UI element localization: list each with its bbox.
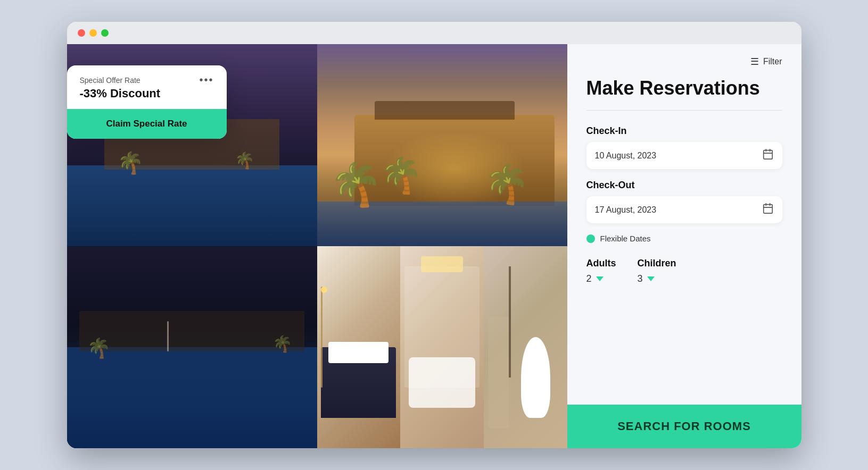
pool-palm-1: 🌴	[87, 337, 111, 359]
adults-select[interactable]: 2	[586, 273, 616, 284]
mirror	[404, 266, 480, 388]
filter-label: Filter	[763, 57, 782, 66]
bed-pillow	[328, 342, 388, 363]
filter-button[interactable]: ☰ Filter	[750, 57, 782, 66]
flexible-dates-dot	[586, 234, 595, 243]
offer-card: Special Offer Rate -33% Discount ••• Cla…	[67, 65, 227, 139]
guests-row: Adults 2 Children 3	[586, 258, 782, 284]
pool-palm-2: 🌴	[272, 334, 292, 353]
photo-section: 🌴 🌴 🌴 🌴 🌴	[67, 44, 567, 448]
villa-silhouette	[79, 311, 304, 351]
children-dropdown-arrow	[647, 276, 655, 281]
children-select[interactable]: 3	[638, 273, 676, 284]
offer-rate-label: Special Offer Rate	[80, 76, 200, 85]
reservation-panel: ☰ Filter Make Reservations Check-In 10 A…	[567, 44, 801, 448]
browser-titlebar	[67, 22, 801, 44]
search-rooms-button[interactable]: SEARCH FOR ROOMS	[567, 405, 801, 448]
svg-rect-4	[763, 205, 772, 214]
light-strip	[421, 256, 462, 272]
palm-icon-1: 🌴	[117, 150, 144, 175]
flexible-dates-label: Flexible Dates	[600, 234, 651, 243]
pool-scene	[67, 165, 317, 246]
adults-dropdown-arrow	[596, 276, 604, 281]
checkout-input[interactable]: 17 August, 2023	[586, 196, 782, 223]
checkin-label: Check-In	[586, 125, 782, 137]
adults-value: 2	[586, 273, 592, 284]
palm-icon-2: 🌴	[235, 151, 254, 170]
panel-divider	[586, 110, 782, 111]
main-palm-3: 🌴	[482, 160, 532, 207]
lamp-post	[321, 287, 323, 388]
offer-card-text: Special Offer Rate -33% Discount	[80, 76, 200, 100]
bathroom-photo-2	[484, 246, 567, 448]
pool-rail	[167, 321, 169, 351]
claim-special-rate-button[interactable]: Claim Special Rate	[67, 109, 227, 139]
photo-bottom-left: 🌴 🌴	[67, 246, 317, 448]
offer-card-header: Special Offer Rate -33% Discount •••	[80, 76, 214, 100]
stone-wall	[488, 317, 509, 428]
adults-group: Adults 2	[586, 258, 616, 284]
maximize-button[interactable]	[101, 29, 109, 37]
checkout-calendar-icon	[762, 203, 774, 217]
bed-element	[321, 347, 396, 418]
checkout-value: 17 August, 2023	[595, 205, 762, 215]
children-label: Children	[638, 258, 676, 269]
checkin-input[interactable]: 10 August, 2023	[586, 142, 782, 169]
svg-rect-0	[763, 150, 772, 160]
checkout-label: Check-Out	[586, 180, 782, 191]
adults-label: Adults	[586, 258, 616, 269]
checkin-value: 10 August, 2023	[595, 151, 762, 161]
shower-wall	[509, 266, 511, 377]
filter-icon: ☰	[750, 57, 759, 66]
browser-content: 🌴 🌴 🌴 🌴 🌴	[67, 44, 801, 448]
children-group: Children 3	[638, 258, 676, 284]
children-value: 3	[638, 273, 643, 284]
toilet-element	[521, 337, 550, 418]
main-palm-2: 🌴	[379, 155, 423, 196]
close-button[interactable]	[78, 29, 85, 37]
pool-water	[67, 347, 317, 448]
minimize-button[interactable]	[89, 29, 97, 37]
main-palm-1: 🌴	[327, 157, 385, 212]
photo-main: 🌴 🌴 🌴	[317, 44, 567, 246]
bedroom-photo	[317, 246, 401, 448]
offer-menu-dots[interactable]: •••	[199, 74, 213, 86]
checkin-calendar-icon	[762, 148, 774, 163]
flexible-dates-row[interactable]: Flexible Dates	[586, 234, 782, 243]
offer-discount: -33% Discount	[80, 87, 200, 100]
browser-window: 🌴 🌴 🌴 🌴 🌴	[67, 22, 801, 448]
panel-title: Make Reservations	[586, 77, 782, 99]
room-photos	[317, 246, 567, 448]
bathroom-photo-1	[400, 246, 484, 448]
